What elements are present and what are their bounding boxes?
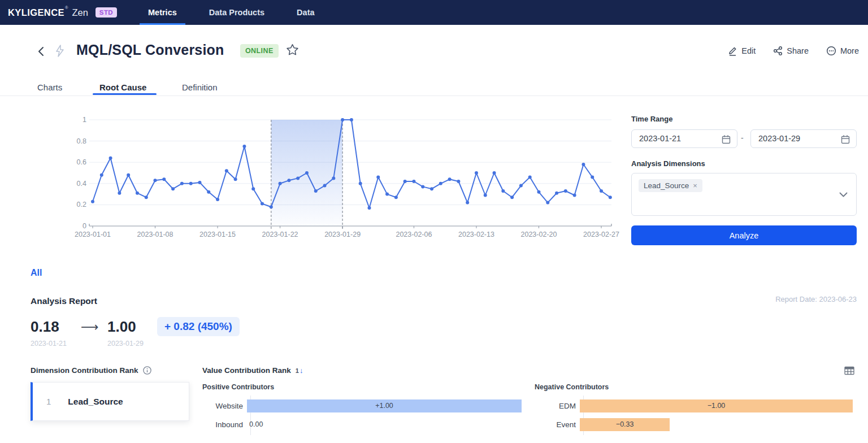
svg-text:2023-02-27: 2023-02-27: [583, 231, 619, 238]
svg-text:2023-01-01: 2023-01-01: [75, 231, 111, 238]
svg-text:2023-01-08: 2023-01-08: [137, 231, 173, 238]
dimension-name: Lead_Source: [68, 397, 123, 407]
tag-remove-icon[interactable]: ×: [693, 181, 697, 190]
svg-text:0.8: 0.8: [77, 137, 86, 145]
share-icon: [773, 46, 783, 56]
negative-contribution-bars: EDM −1.00 Event −0.33: [535, 399, 853, 437]
dimension-rank-row[interactable]: 1 Lead_Source: [31, 382, 189, 421]
svg-text:0: 0: [83, 222, 86, 230]
sort-icon[interactable]: 1↓: [296, 366, 303, 375]
analysis-report-title: Analysis Report: [31, 296, 97, 306]
bar-track: −1.00: [580, 399, 853, 412]
svg-text:0.2: 0.2: [77, 201, 86, 209]
start-date-input[interactable]: 2023-01-21: [631, 129, 737, 148]
plan-badge: STD: [96, 7, 117, 18]
report-date: Report Date: 2023-06-23: [775, 295, 857, 303]
calendar-icon[interactable]: [722, 134, 731, 144]
nav-item-metrics[interactable]: Metrics: [140, 0, 185, 25]
nav-item-data[interactable]: Data: [288, 0, 323, 25]
svg-text:2023-02-13: 2023-02-13: [458, 231, 494, 238]
dimensions-select[interactable]: Lead_Source ×: [631, 173, 857, 216]
bar-label: EDM: [535, 399, 580, 412]
filter-all-link[interactable]: All: [31, 268, 42, 278]
svg-text:2023-02-06: 2023-02-06: [396, 231, 432, 238]
delta-badge: + 0.82 (450%): [157, 317, 240, 336]
svg-text:1: 1: [83, 116, 86, 124]
tab-charts[interactable]: Charts: [37, 82, 62, 92]
back-button[interactable]: [37, 46, 45, 57]
change-arrow: ⟶: [81, 320, 99, 335]
bar-value: −1.00: [708, 402, 726, 410]
bar-label: Event: [535, 418, 580, 431]
status-badge: ONLINE: [240, 44, 279, 58]
brand-registered-mark: ®: [65, 5, 68, 10]
svg-text:2023-01-15: 2023-01-15: [199, 231, 236, 238]
nav-item-data-products[interactable]: Data Products: [201, 0, 273, 25]
bar-value: −0.33: [616, 420, 634, 428]
edit-button[interactable]: Edit: [728, 45, 756, 56]
dimension-rank-title-text: Dimension Contribution Rank: [31, 366, 138, 375]
more-ellipsis-icon: [826, 46, 836, 56]
rank-number: 1: [46, 397, 51, 406]
share-button[interactable]: Share: [773, 45, 809, 56]
end-date-value: 2023-01-29: [758, 130, 800, 147]
dimension-tag: Lead_Source ×: [639, 179, 702, 192]
share-label: Share: [787, 46, 809, 55]
negative-contributors-label: Negative Contributors: [535, 383, 609, 391]
contribution-row-inbound: Inbound 0.00: [202, 418, 522, 431]
svg-text:2023-01-29: 2023-01-29: [324, 231, 361, 238]
active-tab-underline: [93, 93, 157, 95]
contribution-row-event: Event −0.33: [535, 418, 853, 431]
to-date: 2023-01-29: [107, 340, 144, 348]
tabs-divider: [0, 95, 868, 96]
from-value: 0.18: [31, 318, 59, 336]
brand-logo[interactable]: KYLIGENCE ® Zen STD: [8, 0, 117, 25]
date-range-separator: -: [741, 133, 744, 142]
positive-contribution-bars: Website +1.00 Inbound 0.00: [202, 399, 522, 437]
metric-bolt-icon: [54, 44, 66, 58]
time-range-label: Time Range: [631, 115, 672, 123]
chevron-down-icon[interactable]: [839, 192, 848, 198]
edit-pencil-icon: [728, 45, 737, 56]
main-nav: Metrics Data Products Data: [140, 0, 338, 25]
bar-label: Inbound: [202, 418, 247, 431]
svg-text:2023-02-20: 2023-02-20: [521, 231, 557, 238]
end-date-input[interactable]: 2023-01-29: [750, 129, 857, 148]
header-actions: Edit Share More: [728, 45, 859, 56]
dimension-tag-label: Lead_Source: [644, 181, 689, 190]
to-value: 1.00: [107, 318, 136, 336]
dimension-rank-title: Dimension Contribution Rank: [31, 366, 151, 375]
table-view-icon[interactable]: [844, 366, 854, 375]
info-icon[interactable]: [143, 366, 151, 375]
from-date: 2023-01-21: [31, 340, 67, 348]
bar-track: −0.33: [580, 418, 853, 431]
value-rank-title: Value Contribution Rank 1↓: [202, 366, 303, 375]
brand-name: KYLIGENCE: [8, 7, 64, 18]
positive-contributors-label: Positive Contributors: [202, 383, 274, 391]
contribution-row-edm: EDM −1.00: [535, 399, 853, 412]
more-label: More: [840, 46, 859, 55]
calendar-icon[interactable]: [841, 134, 850, 144]
edit-label: Edit: [741, 46, 756, 55]
more-button[interactable]: More: [826, 45, 859, 56]
svg-text:2023-01-22: 2023-01-22: [262, 231, 298, 238]
value-rank-title-text: Value Contribution Rank: [202, 366, 291, 375]
analyze-button[interactable]: Analyze: [631, 225, 857, 245]
tab-root-cause[interactable]: Root Cause: [99, 82, 146, 92]
top-navbar: KYLIGENCE ® Zen STD Metrics Data Product…: [0, 0, 868, 25]
page-title: MQL/SQL Conversion: [76, 42, 224, 58]
start-date-value: 2023-01-21: [639, 130, 681, 147]
bar-track: +1.00: [247, 399, 522, 412]
brand-product-name: Zen: [72, 7, 88, 18]
trend-line-chart[interactable]: 00.20.40.60.812023-01-012023-01-082023-0…: [73, 113, 622, 243]
analysis-dimensions-label: Analysis Dimensions: [631, 159, 705, 168]
svg-text:0.6: 0.6: [77, 158, 86, 166]
bar-track: 0.00: [247, 418, 522, 431]
bar-value: 0.00: [249, 420, 263, 428]
svg-text:0.4: 0.4: [77, 180, 86, 188]
contribution-row-website: Website +1.00: [202, 399, 522, 412]
bar-label: Website: [202, 399, 247, 412]
favorite-star-icon[interactable]: [286, 44, 299, 56]
app-window: KYLIGENCE ® Zen STD Metrics Data Product…: [0, 0, 868, 443]
tab-definition[interactable]: Definition: [182, 82, 218, 92]
